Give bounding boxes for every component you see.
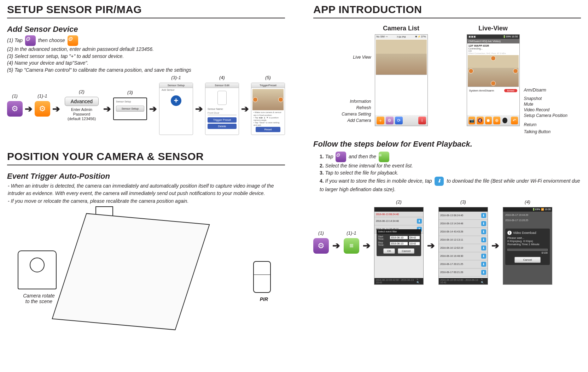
trigger-preset-button[interactable]: Trigger Preset [208,117,237,123]
flow-icon-advanced[interactable]: ⚙ [35,101,50,117]
camera-lens-icon [30,258,45,272]
heading-app-intro: APP INTRODUCTION [313,4,581,18]
event-desc-1: - When an intruder is detected, the came… [7,182,285,197]
download-icon[interactable]: ⬇ [481,213,486,218]
pb-label-1: (1) [318,230,324,236]
subheading-event-trigger: Event Trigger Auto-Position [7,172,285,181]
arrow-icon: ➔ [332,240,340,251]
vd-cancel-button[interactable]: Cancel [514,257,541,263]
phone-video-download: 🔋69% 📶 16:00 2016-06-17 19:44:29 2016-06… [503,207,552,285]
cancel-button[interactable]: Cancel [398,248,414,254]
download-icon[interactable]: ⬇ [417,219,422,224]
talking-button-icon[interactable] [502,118,507,123]
flow-icon-camera[interactable]: ⚙ [7,101,23,117]
camera-device-icon [18,250,57,289]
return-icon[interactable]: ↶ [511,117,518,124]
status-bar: No SIM ⇢ 7:04 PM ✱ ⚡37% [375,35,427,39]
pb-camera-icon[interactable]: ⚙ [313,238,329,254]
sensor-setup-button[interactable]: Sensor Setup [116,106,144,112]
snapshot-icon[interactable]: 📷 [468,117,476,124]
reset-button[interactable]: Reset [256,127,280,132]
arrow-icon: ➔ [149,104,157,114]
download-icon[interactable]: ⬇ [481,229,486,234]
pan-down-icon[interactable] [491,81,496,86]
pb-event-icon[interactable]: ≡ [344,238,359,254]
download-icon[interactable]: ⬇ [481,254,486,259]
mute-icon[interactable]: 🔇 [477,117,484,124]
advanced-button[interactable]: Advanced [65,97,99,106]
arrow-icon: ➔ [241,104,249,114]
pb-label-3: (3) [460,199,466,205]
phone-add-sensor: Sensor Setup Add Sensor + [159,83,193,135]
phone-sensor-edit: Sensor Edit Sensor Name: Front Door Trig… [205,83,239,135]
ok-button[interactable]: OK [383,248,395,254]
download-icon[interactable]: ⬇ [481,221,486,226]
status-bar: ▣▣▣🔋69% 16:50 [467,35,519,39]
pb-label-2: (2) [396,199,402,205]
arm-disarm-row: System Arm/Disarm Armed [467,88,519,94]
pan-up-icon[interactable] [491,56,496,61]
camera-preview[interactable] [376,40,427,75]
event-row[interactable]: 2016-06-17 20:21:25⬇ [439,260,488,268]
pan-right-icon[interactable] [513,69,518,73]
refresh-icon[interactable]: ⟳ [395,117,403,124]
armed-toggle[interactable]: Armed [504,89,517,92]
subheading-add-sensor: Add Sensor Device [7,25,285,34]
arrow-icon: ➔ [195,104,203,114]
add-sensor-flow: (1) ⚙ ➔ (1)-1 ⚙ ➔ (2) Advanced Enter Adm… [7,83,285,135]
add-camera-icon[interactable]: ＋ [377,117,384,124]
download-icon[interactable]: ⬇ [481,246,486,250]
flow-label-2: (2) [79,89,85,94]
event-row[interactable]: 2016-06-16 12:13:11⬇ [439,236,488,244]
download-icon[interactable]: ⬇ [481,270,486,275]
start-date-input[interactable] [390,236,408,239]
camera-caption-1: Camera rotate [23,293,54,299]
sensor-thumb-icon [217,91,227,105]
sensor-name-input[interactable]: Front Door [208,112,237,115]
add-sensor-plus-icon[interactable]: + [171,95,181,106]
event-row[interactable]: 2016-06-13 08:24:40⬇ [439,212,488,220]
pan-left-icon[interactable] [468,69,473,73]
info-icon[interactable]: i [418,117,426,124]
download-icon[interactable]: ⬇ [481,262,486,267]
stop-time-input[interactable] [409,242,420,245]
event-row[interactable]: 2016-06-16 12:02:19⬇ [439,244,488,252]
phone31-title: Sensor Setup [168,84,185,87]
step4-text: (4) Name your device and tap"Save". [7,60,285,67]
pan-left-icon[interactable] [253,97,258,102]
download-icon[interactable]: ⬇ [481,237,486,242]
flow-label-3: (3) [127,90,133,95]
advanced-gear-icon: ⚙ [68,35,78,46]
live-video-preview[interactable] [468,55,519,87]
live-view-title: Live-View [467,25,520,32]
pb-label-4: (4) [525,199,530,205]
phone-event-filter: 2016-06-13 08:24:40 2016-06-13 14:34:48⬇… [374,207,424,285]
phone-camera-list: No SIM ⇢ 7:04 PM ✱ ⚡37% ＋ ⚙ ⟳ i [375,34,428,126]
setup-position-icon[interactable]: ⊕ [493,117,500,124]
start-time-input[interactable] [409,236,420,239]
event-row[interactable]: 2016-06-14 43:43:28⬇ [439,228,488,236]
flow-label-4: (4) [219,75,225,80]
delete-button[interactable]: Delete [208,124,237,129]
arrow-icon: ➔ [491,240,499,251]
callout-add-camera: Add Camera [347,118,371,123]
event-row[interactable]: 2016-06-13 14:34:48⬇ [439,220,488,228]
camera-icon: ⚙ [336,152,346,162]
playback-steps: 1. Tap ⚙ and then the ≡ 2. Select the ti… [320,152,581,193]
playback-flow: (1) ⚙ ➔ (1)-1 ≡ ➔ (2) 2016-06-13 08:24:4… [313,207,581,285]
event-row-current: 2016-06-13 08:24:40 [376,213,399,215]
preset-note: • Make sure camera & sensor are in fixed… [254,111,283,126]
stop-date-input[interactable] [390,242,408,245]
floorplan-diagram: Mag Camera rotate to the scene PIR [7,208,285,342]
event-row[interactable]: 2016-06-16 16:48:30⬇ [439,252,488,260]
pb-label-1-1: (1)-1 [347,230,356,236]
phone4-title: Sensor Edit [215,84,229,87]
pir-label: PIR [260,296,268,302]
event-row[interactable]: 2016-06-17 00:21:28⬇ [439,268,488,277]
pir-sensor-icon [253,261,271,293]
camera-settings-icon: ⚙ [25,35,36,46]
pan-right-icon[interactable] [278,97,283,102]
progress-bar [507,249,548,251]
camera-setting-icon[interactable]: ⚙ [386,117,394,124]
record-icon[interactable]: ⏺ [485,117,492,124]
